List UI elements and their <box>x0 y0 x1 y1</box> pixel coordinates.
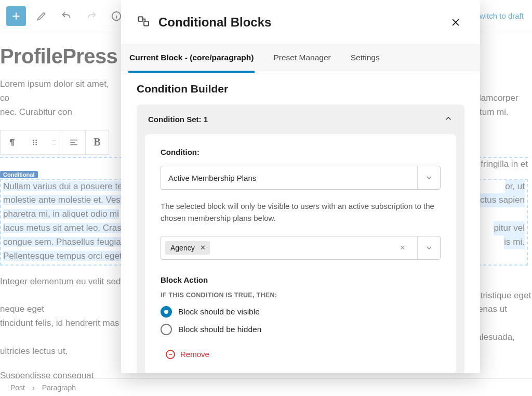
tab-settings[interactable]: Settings <box>350 44 381 71</box>
conditional-blocks-logo-icon <box>137 15 150 30</box>
condition-builder-title: Condition Builder <box>137 83 464 95</box>
radio-visible-label: Block should be visible <box>178 307 260 316</box>
condition-set: Condition Set: 1 Condition: Active Membe… <box>137 104 464 373</box>
modal-body: Condition Builder Condition Set: 1 Condi… <box>121 71 480 373</box>
radio-hidden[interactable]: Block should be hidden <box>161 324 441 335</box>
minus-circle-icon: − <box>166 350 175 359</box>
tab-preset-manager[interactable]: Preset Manager <box>272 44 331 71</box>
modal-tabs: Current Block - (core/paragraph) Preset … <box>121 44 480 71</box>
block-action-label: Block Action <box>161 275 441 284</box>
condition-label: Condition: <box>161 148 441 156</box>
condition-help-text: The selected block will only be visible … <box>161 200 441 225</box>
chevron-down-icon <box>425 244 433 252</box>
if-true-label: IF THIS CONDITION IS TRUE, THEN: <box>161 292 441 299</box>
conditional-blocks-modal: Conditional Blocks Current Block - (core… <box>121 0 480 373</box>
plan-chip: Agency ✕ <box>165 241 210 255</box>
chevron-down-icon <box>425 174 433 182</box>
close-icon <box>450 17 461 28</box>
radio-visible[interactable]: Block should be visible <box>161 306 441 318</box>
condition-type-select[interactable]: Active Membership Plans <box>161 166 441 190</box>
close-button[interactable] <box>447 14 464 31</box>
condition-type-value: Active Membership Plans <box>168 174 256 182</box>
condition-set-title: Condition Set: 1 <box>148 115 208 124</box>
remove-label: Remove <box>180 350 209 359</box>
modal-title: Conditional Blocks <box>158 15 271 30</box>
tab-current-block[interactable]: Current Block - (core/paragraph) <box>128 44 255 71</box>
chevron-up-icon <box>444 114 453 125</box>
select-dropdown-trigger[interactable] <box>417 166 440 189</box>
plan-chip-label: Agency <box>170 244 195 252</box>
multiselect-dropdown-trigger[interactable] <box>417 236 440 259</box>
condition-set-toggle[interactable]: Condition Set: 1 <box>137 104 464 134</box>
remove-condition-button[interactable]: − Remove <box>166 350 441 359</box>
membership-plans-multiselect[interactable]: Agency ✕ × <box>161 236 441 260</box>
radio-dot-icon <box>161 306 172 318</box>
svg-rect-7 <box>138 17 143 21</box>
chip-remove-icon[interactable]: ✕ <box>200 244 206 252</box>
clear-all-button[interactable]: × <box>392 243 413 253</box>
radio-hidden-label: Block should be hidden <box>178 325 261 334</box>
condition-card: Condition: Active Membership Plans The s… <box>145 134 456 373</box>
svg-rect-8 <box>144 21 149 26</box>
radio-dot-icon <box>161 324 172 335</box>
modal-header: Conditional Blocks <box>121 0 480 44</box>
